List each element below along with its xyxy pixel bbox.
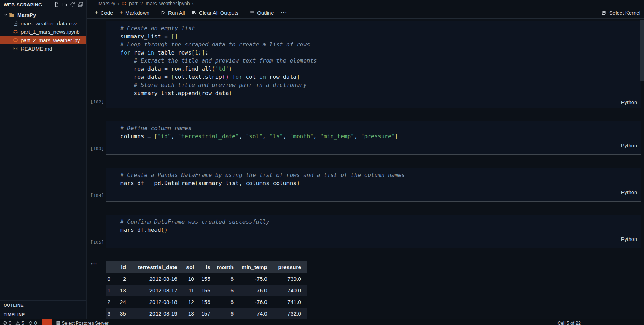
notebook-cell-4: [105]# Confirm DataFrame was created suc…: [106, 215, 641, 248]
sidebar-section-timeline[interactable]: TIMELINE: [0, 310, 86, 319]
code-line[interactable]: # Store each title and preview pair in a…: [106, 81, 641, 89]
folder-icon: [9, 12, 15, 18]
add-code-cell-button[interactable]: + Code: [91, 8, 116, 17]
cell-position-status[interactable]: Cell 5 of 22: [557, 320, 581, 325]
clear-all-outputs-button[interactable]: Clear All Outputs: [188, 8, 242, 17]
column-header: pressure: [273, 261, 307, 273]
tree-file-3[interactable]: part_2_mars_weather.ipy...: [0, 36, 86, 44]
vertical-scrollbar: [640, 19, 644, 318]
table-cell: 3: [106, 308, 116, 319]
add-markdown-cell-button[interactable]: + Markdown: [116, 8, 153, 17]
code-line[interactable]: summary_list = []: [106, 32, 641, 40]
tree-file-2[interactable]: part_1_mars_news.ipynb: [0, 27, 86, 36]
code-line[interactable]: # Create a Pandas DataFrame by using the…: [106, 171, 641, 179]
cell-editor[interactable]: # Create an empty listsummary_list = []#…: [106, 21, 641, 108]
file-label: part_1_mars_news.ipynb: [21, 29, 80, 35]
code-line[interactable]: row_data = row.find_all('td'): [106, 65, 641, 73]
warnings-status[interactable]: 5: [15, 320, 24, 325]
status-badge[interactable]: [42, 319, 52, 325]
column-header: sol: [183, 261, 200, 273]
notebook-cells: [102]# Create an empty listsummary_list …: [87, 19, 644, 319]
select-server-status[interactable]: Select Postgres Server: [56, 320, 109, 325]
table-cell: 6: [216, 285, 239, 296]
table-cell: -75.0: [239, 273, 273, 285]
table-cell: 2012-08-17: [132, 285, 183, 296]
code-line[interactable]: row_data = [col.text.strip() for col in …: [106, 73, 641, 81]
file-label: mars_weather_data.csv: [21, 20, 77, 26]
sync-status[interactable]: 0: [28, 320, 37, 325]
tree-file-4[interactable]: README.md: [0, 44, 86, 53]
code-line[interactable]: # Confirm DataFrame was created successf…: [106, 218, 641, 226]
file-file-icon: [13, 20, 18, 26]
error-icon: [3, 321, 7, 325]
table-cell: 741.0: [273, 296, 307, 308]
cell-language-picker[interactable]: Python: [106, 234, 641, 244]
table-cell: 1: [106, 285, 116, 296]
cell-language-picker[interactable]: Python: [106, 187, 641, 198]
notebook-editor: MarsPy › part_2_mars_weather.ipynb › ...…: [87, 0, 644, 319]
table-cell: 13: [183, 308, 200, 319]
table-cell: 739.0: [273, 273, 307, 285]
code-line[interactable]: # Define column names: [106, 124, 641, 132]
cell-editor[interactable]: # Create a Pandas DataFrame by using the…: [106, 168, 641, 202]
errors-status[interactable]: 0: [3, 320, 11, 325]
collapse-folders-icon[interactable]: [78, 2, 83, 7]
breadcrumb-separator: ›: [192, 1, 194, 6]
sidebar-section-outline[interactable]: OUTLINE: [0, 300, 86, 310]
code-line[interactable]: mars_df.head(): [106, 226, 641, 234]
table-cell: 6: [216, 273, 239, 285]
breadcrumb-more[interactable]: ...: [196, 1, 200, 6]
select-kernel-button[interactable]: Select Kernel: [601, 10, 642, 16]
code-line[interactable]: # Create an empty list: [106, 24, 641, 32]
table-cell: 155: [200, 273, 216, 285]
run-all-button[interactable]: Run All: [157, 8, 188, 17]
column-header: terrestrial_date: [132, 261, 183, 273]
code-line[interactable]: # Loop through the scraped data to creat…: [106, 40, 641, 49]
tree-folder-marspy[interactable]: MarsPy: [0, 11, 86, 19]
workspace-title: WEB-SCRAPING-...: [4, 2, 53, 7]
clear-outputs-icon: [191, 10, 197, 15]
table-cell: -76.0: [239, 296, 273, 308]
new-file-icon[interactable]: [53, 2, 59, 7]
cell-editor[interactable]: # Define column namescolumns = ["id", "t…: [106, 121, 641, 155]
table-cell: 2: [106, 296, 116, 308]
table-row: 022012-08-16101556-75.0739.0: [106, 273, 307, 285]
vscode-window: WEB-SCRAPING-...: [0, 0, 644, 325]
tree-file-1[interactable]: mars_weather_data.csv: [0, 19, 86, 27]
table-cell: 24: [116, 296, 132, 308]
execution-count: [103]: [89, 146, 104, 151]
outline-icon: [249, 10, 255, 15]
code-line[interactable]: for row in table_rows[1:]:: [106, 49, 641, 57]
table-row: 1132012-08-17111566-76.0740.0: [106, 285, 307, 296]
table-cell: 11: [183, 285, 200, 296]
column-header: ls: [200, 261, 216, 273]
code-line[interactable]: # Extract the title and preview text fro…: [106, 57, 641, 65]
code-line[interactable]: columns = ["id", "terrestrial_date", "so…: [106, 132, 641, 140]
table-cell: 12: [183, 296, 200, 308]
refresh-icon[interactable]: [70, 2, 75, 7]
jupyter-file-icon: [13, 37, 18, 43]
file-label: part_2_mars_weather.ipy...: [21, 37, 84, 43]
kernel-icon: [601, 10, 607, 15]
scrollbar-thumb[interactable]: [640, 20, 644, 81]
notebook-cell-1: [102]# Create an empty listsummary_list …: [106, 21, 641, 108]
indent-guide: [4, 19, 4, 53]
cell-language-picker[interactable]: Python: [106, 97, 641, 108]
toolbar-more-button[interactable]: ⋯: [277, 9, 291, 17]
outline-button[interactable]: Outline: [246, 8, 277, 17]
execution-count: [102]: [89, 99, 104, 104]
table-cell: -76.0: [239, 285, 273, 296]
code-line[interactable]: mars_df = pd.DataFrame(summary_list, col…: [106, 179, 641, 187]
breadcrumb-file[interactable]: part_2_mars_weather.ipynb: [129, 1, 190, 6]
table-cell: 2: [116, 273, 132, 285]
table-row: 2242012-08-18121566-76.0741.0: [106, 296, 307, 308]
code-line[interactable]: summary_list.append(row_data): [106, 89, 641, 97]
table-cell: 6: [216, 296, 239, 308]
cell-language-picker[interactable]: Python: [106, 140, 641, 151]
output-more-actions-button[interactable]: ⋯: [91, 260, 97, 268]
table-cell: 740.0: [273, 285, 307, 296]
table-cell: 2012-08-16: [132, 273, 183, 285]
cell-editor[interactable]: # Confirm DataFrame was created successf…: [106, 215, 641, 248]
breadcrumb-folder[interactable]: MarsPy: [98, 1, 115, 6]
new-folder-icon[interactable]: [62, 2, 67, 7]
